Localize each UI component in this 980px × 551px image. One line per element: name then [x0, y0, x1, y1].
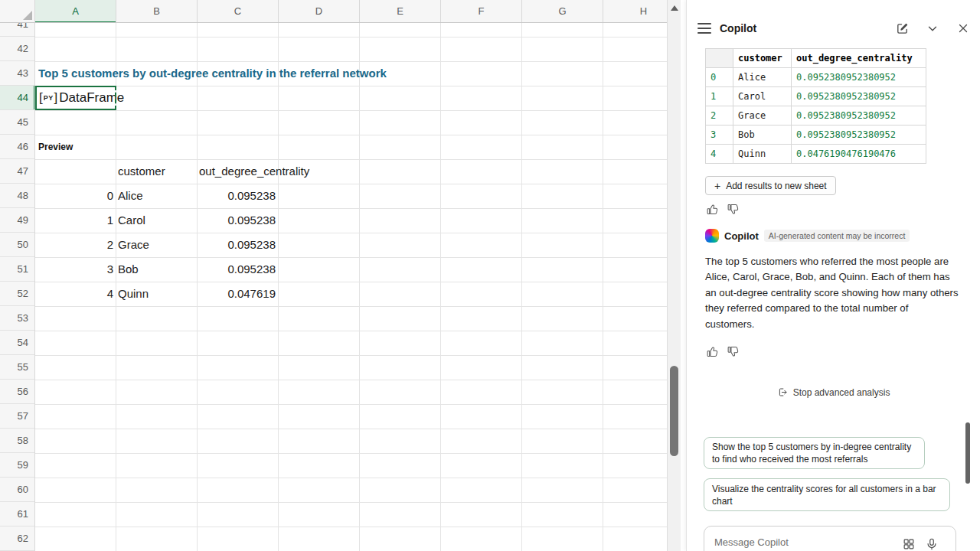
select-all-button[interactable]: [0, 0, 35, 23]
leave-icon: [777, 386, 789, 398]
result-index: 1: [706, 87, 733, 106]
row-header-41[interactable]: 41: [0, 23, 35, 37]
result-header-customer: customer: [733, 49, 792, 68]
message-input-container: [704, 526, 956, 551]
message-input[interactable]: [714, 536, 890, 548]
excel-with-copilot: ABCDEFGH 4142434445464748495051525354555…: [0, 0, 980, 551]
thumbs-up-icon[interactable]: [706, 203, 719, 216]
row-header-45[interactable]: 45: [0, 110, 35, 135]
result-header-index: [706, 49, 733, 68]
ai-disclaimer-badge: AI-generated content may be incorrect: [764, 230, 910, 242]
copilot-header: Copilot: [697, 17, 971, 40]
row-header-46[interactable]: 46: [0, 135, 35, 159]
preview-value: 0.047619: [199, 282, 276, 306]
preview-index: 1: [35, 208, 113, 233]
copilot-logo-icon: [705, 229, 719, 243]
result-customer: Alice: [733, 68, 792, 87]
preview-customer: Grace: [118, 233, 149, 257]
result-index: 0: [706, 68, 733, 87]
row-header-55[interactable]: 55: [0, 355, 35, 380]
thumbs-down-icon[interactable]: [727, 203, 740, 216]
preview-value: 0.095238: [199, 257, 276, 282]
cell-a44-python-dataframe[interactable]: [PY] DataFrame: [39, 86, 124, 110]
panel-scrollbar-thumb[interactable]: [965, 422, 970, 484]
row-header-42[interactable]: 42: [0, 37, 35, 61]
feedback-row: [706, 345, 740, 358]
suggestion-pill-2[interactable]: Visualize the centrality scores for all …: [704, 478, 950, 511]
result-customer: Bob: [733, 126, 792, 145]
result-customer: Carol: [733, 87, 792, 106]
result-value: 0.0952380952380952: [792, 126, 926, 145]
select-all-icon: [23, 11, 32, 20]
result-value: 0.0476190476190476: [792, 145, 926, 164]
preview-header-centrality: out_degree_centrality: [199, 159, 309, 184]
preview-value: 0.095238: [199, 208, 276, 233]
new-chat-icon[interactable]: [894, 21, 910, 36]
row-header-49[interactable]: 49: [0, 208, 35, 233]
row-header-47[interactable]: 47: [0, 159, 35, 184]
feedback-row: [706, 203, 740, 216]
result-customer: Grace: [733, 106, 792, 126]
grid-vertical-scrollbar[interactable]: [667, 0, 681, 551]
result-customer: Quinn: [733, 145, 792, 164]
add-results-button[interactable]: + Add results to new sheet: [705, 176, 836, 195]
copilot-panel: Copilot customerout_degree_centrality0Al…: [686, 0, 980, 551]
column-headers: ABCDEFGH: [35, 0, 667, 23]
row-header-54[interactable]: 54: [0, 331, 35, 355]
result-index: 4: [706, 145, 733, 164]
stop-analysis-label: Stop advanced analysis: [793, 387, 890, 398]
row-header-59[interactable]: 59: [0, 453, 35, 478]
row-header-61[interactable]: 61: [0, 502, 35, 527]
row-header-44[interactable]: 44: [0, 86, 35, 110]
result-value: 0.0952380952380952: [792, 87, 926, 106]
apps-icon[interactable]: [902, 537, 916, 551]
thumbs-down-icon[interactable]: [727, 345, 740, 358]
preview-customer: Quinn: [118, 282, 149, 306]
column-header-h[interactable]: H: [603, 0, 667, 23]
preview-index: 3: [35, 257, 113, 282]
row-header-51[interactable]: 51: [0, 257, 35, 282]
row-header-48[interactable]: 48: [0, 184, 35, 208]
row-header-56[interactable]: 56: [0, 380, 35, 404]
menu-icon[interactable]: [697, 23, 711, 34]
preview-customer: Bob: [118, 257, 139, 282]
suggestion-pill-1[interactable]: Show the top 5 customers by in-degree ce…: [704, 437, 925, 469]
row-header-53[interactable]: 53: [0, 306, 35, 331]
copilot-title: Copilot: [720, 22, 756, 34]
result-index: 2: [706, 106, 733, 126]
column-header-c[interactable]: C: [198, 0, 279, 23]
result-header-out_degree_centrality: out_degree_centrality: [792, 49, 926, 68]
result-value: 0.0952380952380952: [792, 106, 926, 126]
plus-icon: +: [714, 181, 720, 191]
row-headers: 4142434445464748495051525354555657585960…: [0, 23, 35, 551]
column-header-e[interactable]: E: [360, 0, 441, 23]
row-header-60[interactable]: 60: [0, 478, 35, 502]
row-header-50[interactable]: 50: [0, 233, 35, 257]
stop-analysis-button[interactable]: Stop advanced analysis: [777, 386, 890, 398]
close-icon[interactable]: [956, 21, 971, 36]
scroll-up-icon[interactable]: [671, 5, 678, 11]
grid-scrollbar-thumb[interactable]: [670, 366, 678, 456]
mic-icon[interactable]: [925, 537, 939, 551]
cell-a43-title[interactable]: Top 5 customers by out-degree centrality…: [38, 61, 387, 86]
preview-customer: Carol: [118, 208, 145, 233]
row-header-58[interactable]: 58: [0, 429, 35, 453]
thumbs-up-icon[interactable]: [706, 345, 719, 358]
preview-value: 0.095238: [199, 184, 276, 208]
cells-area[interactable]: Top 5 customers by out-degree centrality…: [35, 23, 667, 551]
column-header-g[interactable]: G: [522, 0, 603, 23]
column-header-f[interactable]: F: [441, 0, 522, 23]
column-header-b[interactable]: B: [116, 0, 198, 23]
column-header-d[interactable]: D: [279, 0, 360, 23]
row-header-57[interactable]: 57: [0, 404, 35, 429]
column-header-a[interactable]: A: [35, 0, 116, 23]
row-header-43[interactable]: 43: [0, 61, 35, 86]
dataframe-label: DataFrame: [59, 90, 124, 106]
chevron-down-icon[interactable]: [925, 21, 940, 36]
result-value: 0.0952380952380952: [792, 68, 926, 87]
row-header-62[interactable]: 62: [0, 527, 35, 551]
python-badge-icon: [PY]: [39, 90, 57, 106]
preview-index: 0: [35, 184, 113, 208]
row-header-52[interactable]: 52: [0, 282, 35, 306]
copilot-label: Copilot: [724, 230, 759, 242]
